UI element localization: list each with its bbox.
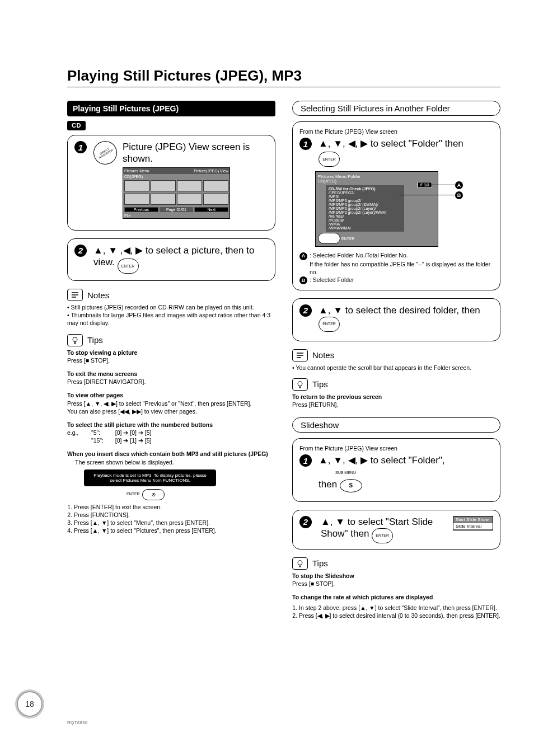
- enter-tiny-label: ENTER: [127, 492, 140, 496]
- tip4-line2: "15": [0] ➔ [1] ➔ [5]: [67, 436, 275, 444]
- folder-item: /MP3/MP3 group2/ (Layer)/WMA/: [329, 210, 401, 214]
- enter-button-icon: ENTER: [372, 528, 393, 543]
- enter-button-icon: ENTER: [318, 152, 340, 167]
- folder-item: /MP3/MP3 group2/ (&WMA)/: [329, 203, 401, 206]
- notes-icon: [292, 349, 308, 361]
- frame1-step2-text: ▲, ▼ to select the desired folder, then: [318, 305, 480, 316]
- step2-frame: 2 ▲, ▼ ,◀, ▶ to select a picture, then t…: [67, 238, 275, 281]
- right-note-1: • You cannot operate the scroll bar that…: [292, 364, 500, 372]
- callout-a-text: A: Selected Folder No./Total Folder No. …: [299, 251, 493, 275]
- procedure-item: Press [▲, ▼] to select "Pictures", then …: [74, 527, 275, 534]
- screen-page-indicator: Page 01/01: [160, 207, 194, 212]
- popup-option-interval: Slide Interval: [453, 523, 493, 530]
- folder-item: /JPEG/JPEG2/: [329, 191, 401, 195]
- screen-disc-label: CD(JPEG): [123, 174, 229, 179]
- frame1-step1-text: ▲, ▼, ◀, ▶ to select "Folder" then: [318, 138, 463, 149]
- procedure-item: Press [▲, ▼] to select "Menu", then pres…: [74, 519, 275, 526]
- folder-item: /MP3/: [329, 195, 401, 199]
- right-column: Selecting Still Pictures in Another Fold…: [292, 101, 500, 620]
- tip2-head: To exit the menu screens: [67, 370, 275, 378]
- tip5-body: The screen shown below is displayed.: [75, 458, 275, 466]
- folder-item: /MP3/MP3 group2/ (Layer)/: [329, 206, 401, 210]
- jpeg-view-screen: Pictures Menu Picture(JPEG) View CD(JPEG…: [123, 167, 230, 219]
- tip-stop-slideshow-body: Press [■ STOP].: [292, 580, 500, 588]
- folder-item: /WMA/: [329, 222, 401, 226]
- mp3-jpeg-message-box: Playback mode is set to MP3. To display …: [84, 469, 216, 486]
- tip3-body1: Press [▲, ▼, ◀, ▶] to select "Previous" …: [67, 400, 275, 407]
- note-2: • Thumbnails for large JPEG files and im…: [67, 311, 275, 327]
- callout-b-marker: B: [455, 191, 463, 199]
- title-rule: [67, 87, 500, 87]
- screen-hint: File: [123, 213, 229, 218]
- screen-next-btn: Next: [194, 207, 228, 212]
- procedure-list: Press [ENTER] to exit the screen. Press …: [74, 504, 275, 534]
- frame1-step2: 2 ▲, ▼ to select the desired folder, the…: [292, 298, 500, 341]
- tip-stop-slideshow-head: To stop the Slideshow: [292, 572, 500, 580]
- folder-list: CD-RW for Check (JPEG) /JPEG/JPEG2/ /MP3…: [326, 185, 404, 232]
- folder-item: /Re files/: [329, 214, 401, 218]
- folder-frame: From the Picture (JPEG) View screen 1 ▲,…: [292, 121, 500, 290]
- submenu-label: SUB MENU: [335, 471, 356, 475]
- slideshow-step1-frame: From the Picture (JPEG) View screen 1 ▲,…: [292, 438, 500, 502]
- tips-heading: Tips: [312, 379, 328, 389]
- step1-text: Picture (JPEG) View screen is shown.: [123, 141, 268, 165]
- direct-navigator-button-icon: DIRECT NAVIGATOR: [89, 137, 121, 168]
- popup-option-start: Start Slide Show: [453, 516, 493, 523]
- right-tip1-head: To return to the previous screen: [292, 393, 500, 401]
- footer-code: RQT8850: [67, 720, 88, 725]
- tips-icon: [67, 334, 83, 346]
- folder-item: /MP3/MP3 group2/: [329, 199, 401, 203]
- page-number: 18: [17, 691, 43, 717]
- tips-icon: [292, 557, 308, 570]
- submenu-button-icon: S: [340, 479, 362, 492]
- procedure-item: Press [ENTER] to exit the screen.: [74, 504, 275, 510]
- enter-tiny-icon: ⦿: [142, 489, 165, 500]
- direct-navigator-label: DIRECT NAVIGATOR: [94, 145, 116, 161]
- folder-screen: Pictures Menu Folder CD(JPEG) F 1/3 CD-R…: [315, 171, 438, 247]
- tips-heading: Tips: [87, 335, 103, 345]
- step1-frame: 1 DIRECT NAVIGATOR Picture (JPEG) View s…: [67, 135, 275, 231]
- svg-point-1: [298, 381, 302, 386]
- enter-button-icon: ENTER: [118, 259, 139, 274]
- tips-icon: [292, 378, 308, 391]
- screen-menu-title: Pictures Menu: [124, 169, 149, 173]
- notes-heading: Notes: [87, 290, 109, 300]
- page-title: Playing Still Pictures (JPEG), MP3: [67, 67, 500, 84]
- tips-heading: Tips: [312, 558, 328, 568]
- media-badge-cd: CD: [67, 121, 86, 130]
- tip1-body: Press [■ STOP].: [67, 356, 275, 364]
- step-number-1: 1: [74, 141, 87, 153]
- frame2-step1a: ▲, ▼, ◀, ▶ to select "Folder",: [318, 455, 445, 466]
- tip4-line1: e.g., "5": [0] ➔ [0] ➔ [5]: [67, 429, 275, 436]
- slideshow-popup: Start Slide Show Slide Interval: [453, 516, 493, 530]
- enter-button-icon: ENTER: [318, 317, 340, 332]
- procedure-item: Press [◀, ▶] to select desired interval …: [299, 612, 500, 619]
- step-number-2: 2: [299, 304, 312, 317]
- tip1-head: To stop viewing a picture: [67, 349, 275, 356]
- subheader-select-folder: Selecting Still Pictures in Another Fold…: [292, 101, 500, 116]
- subheader-slideshow: Slideshow: [292, 417, 500, 433]
- frame1-intro: From the Picture (JPEG) View screen: [299, 128, 493, 135]
- step-number-2: 2: [74, 245, 87, 257]
- tip2-body: Press [DIRECT NAVIGATOR].: [67, 378, 275, 386]
- folder-screen-title: Pictures Menu Folder: [318, 174, 360, 179]
- tip-change-rate-head: To change the rate at which pictures are…: [292, 593, 500, 601]
- folder-root: CD-RW for Check (JPEG): [329, 187, 401, 191]
- change-rate-procedure: In step 2 above, press [▲, ▼] to select …: [299, 604, 500, 619]
- folder-item: /WMA/WMA/: [329, 226, 401, 230]
- slideshow-step2-frame: 2 ▲, ▼ to select "Start Slide Show" then…: [292, 510, 500, 550]
- frame2-step1b: then: [318, 479, 337, 490]
- tip4-head: To select the still picture with the num…: [67, 421, 275, 429]
- procedure-item: Press [FUNCTIONS].: [74, 511, 275, 518]
- tip5-head: When you insert discs which contain both…: [67, 450, 275, 458]
- svg-point-0: [73, 337, 77, 341]
- enter-hint-icon: ⦿: [318, 233, 340, 244]
- tip3-body2: You can also press [◀◀, ▶▶] to view othe…: [67, 407, 275, 415]
- svg-point-2: [298, 560, 302, 565]
- step-number-1: 1: [299, 454, 312, 467]
- procedure-item: In step 2 above, press [▲, ▼] to select …: [299, 604, 500, 611]
- frame2-intro: From the Picture (JPEG) View screen: [299, 444, 493, 452]
- tip3-head: To view other pages: [67, 391, 275, 399]
- note-1: • Still pictures (JPEG) recorded on CD-R…: [67, 303, 275, 311]
- notes-icon: [67, 289, 83, 301]
